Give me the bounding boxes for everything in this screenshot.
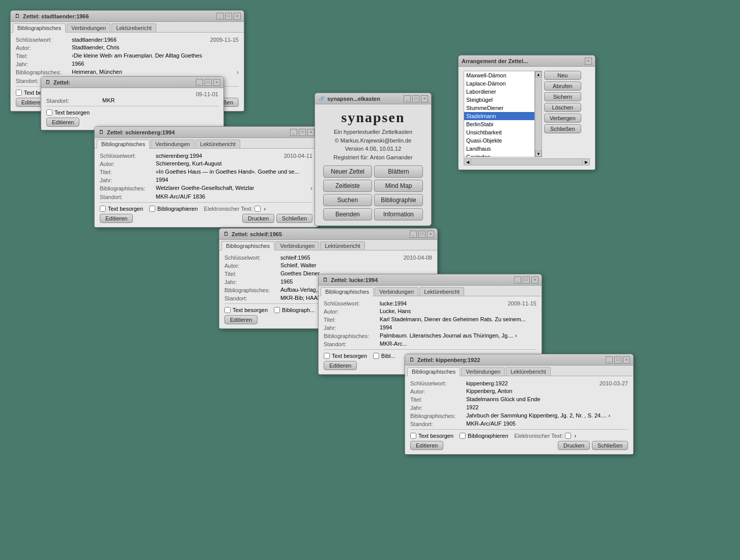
schliessen-btn-s[interactable]: Schließen — [276, 214, 312, 223]
arrangement-list[interactable]: Maxwell-DämonLaplace-DämonLabordienerSte… — [464, 71, 535, 157]
close-btn-syn[interactable]: × — [421, 95, 428, 102]
close-btn-l[interactable]: × — [531, 276, 538, 284]
sichern-btn[interactable]: Sichern — [544, 92, 581, 101]
maximize-btn-l[interactable]: □ — [523, 276, 530, 284]
minimize-btn-k[interactable]: _ — [606, 356, 613, 363]
bibliographieren-check-k[interactable] — [460, 433, 466, 439]
loeschen-btn[interactable]: Löschen — [544, 103, 581, 112]
arr-schliessen-btn[interactable]: Schließen — [544, 124, 581, 133]
text-besorgen-check-s[interactable] — [100, 206, 106, 212]
close-btn-s[interactable]: × — [307, 129, 315, 136]
etext-arrow-k[interactable]: › — [574, 433, 576, 439]
drucken-btn-s[interactable]: Drucken — [242, 214, 274, 223]
editieren-btn-s[interactable]: Editieren — [100, 214, 133, 223]
tab-verb-s[interactable]: Verbindungen — [151, 139, 194, 148]
arr-item-unsichtbarkeit[interactable]: Unsichtbarkeit — [464, 128, 534, 136]
window-controls-stadtlaender[interactable]: _ □ × — [216, 13, 241, 20]
maximize-btn-s[interactable]: □ — [299, 129, 306, 136]
tab-biblio-sl[interactable]: Bibliographisches — [221, 241, 274, 250]
text-besorgen-check-1[interactable] — [16, 90, 22, 96]
minimize-btn-l[interactable]: _ — [514, 276, 521, 284]
arr-item-steigb-gel[interactable]: Steigbügel — [464, 96, 534, 104]
schliessen-btn-k[interactable]: Schließen — [592, 441, 628, 450]
editieren-btn-l[interactable]: Editieren — [324, 361, 357, 370]
blaettern-btn[interactable]: Blättern — [374, 165, 423, 178]
etext-check-k[interactable] — [565, 433, 571, 439]
etext-check-s[interactable] — [254, 206, 261, 212]
tab-verb-l[interactable]: Verbindungen — [375, 287, 418, 296]
scroll-up-arrow[interactable]: ▲ — [535, 71, 542, 77]
arr-item-laplace-d-mon[interactable]: Laplace-Dämon — [464, 79, 534, 88]
window-controls-l[interactable]: _ □ × — [514, 276, 538, 284]
close-btn-u1[interactable]: × — [213, 79, 220, 86]
close-btn-k[interactable]: × — [623, 356, 630, 363]
minimize-btn-s[interactable]: _ — [290, 129, 297, 136]
scroll-down-arrow[interactable]: ▼ — [535, 151, 542, 157]
tab-biblio-s[interactable]: Bibliographisches — [97, 139, 150, 149]
maximize-btn[interactable]: □ — [225, 13, 232, 20]
tab-verb-sl[interactable]: Verbindungen — [275, 241, 319, 250]
editieren-btn-sl[interactable]: Editieren — [224, 315, 258, 324]
text-besorgen-check-k[interactable] — [410, 433, 416, 439]
arr-item-stummediener[interactable]: StummeDiener — [464, 104, 534, 112]
maximize-btn-sl[interactable]: □ — [418, 231, 425, 238]
close-btn-arr[interactable]: × — [585, 58, 592, 65]
tab-lekt-l[interactable]: Lektürebericht — [419, 287, 464, 296]
mind-map-btn[interactable]: Mind Map — [374, 180, 423, 192]
bibliographieren-check-sl[interactable] — [274, 307, 280, 313]
window-kippenberg[interactable]: 🗒 Zettel: kippenberg:1922 _ □ × Bibliogr… — [405, 354, 634, 455]
tab-bibliographisches-1[interactable]: Bibliographisches — [13, 23, 66, 33]
neuer-zettel-btn[interactable]: Neuer Zettel — [323, 165, 372, 178]
arr-scrollbar[interactable]: ▲ ▼ — [535, 71, 542, 157]
beenden-btn[interactable]: Beenden — [323, 208, 372, 220]
window-controls-u1[interactable]: _ □ × — [196, 79, 220, 86]
bibliographieren-check-l[interactable] — [373, 353, 379, 359]
arr-item-maxwell-d-mon[interactable]: Maxwell-Dämon — [464, 71, 534, 79]
window-controls-arr[interactable]: × — [585, 58, 592, 65]
minimize-btn-syn[interactable]: _ — [404, 95, 411, 102]
expand-arrow-s[interactable]: › — [310, 185, 312, 192]
close-btn[interactable]: × — [234, 13, 241, 20]
window-controls-k[interactable]: _ □ × — [606, 356, 630, 363]
suchen-btn[interactable]: Suchen — [323, 194, 372, 206]
window-controls-syn[interactable]: _ □ × — [404, 95, 428, 102]
window-controls-s[interactable]: _ □ × — [290, 129, 315, 136]
bottom-scrollbar-arr[interactable]: ◀ ▶ — [464, 158, 590, 165]
minimize-btn[interactable]: _ — [216, 13, 223, 20]
etext-arrow-s[interactable]: › — [264, 206, 266, 212]
text-besorgen-check-sl[interactable] — [224, 307, 231, 313]
close-btn-sl[interactable]: × — [427, 231, 434, 238]
tab-lekt-s[interactable]: Lektürebericht — [195, 139, 240, 148]
tab-lekt-k[interactable]: Lektürebericht — [506, 367, 551, 376]
tab-lekturebericht-1[interactable]: Lektürebericht — [111, 23, 156, 32]
arr-item-quasi-objekte[interactable]: Quasi-Objekte — [464, 136, 534, 145]
window-controls-sl[interactable]: _ □ × — [410, 231, 434, 238]
window-schierenberg[interactable]: 🗒 Zettel: schierenberg:1994 _ □ × Biblio… — [94, 126, 318, 228]
window-arrangement[interactable]: Arrangement der Zettel... × Maxwell-Dämo… — [458, 55, 595, 170]
minimize-btn-sl[interactable]: _ — [410, 231, 417, 238]
tab-biblio-l[interactable]: Bibliographisches — [321, 287, 374, 296]
scroll-right-arrow[interactable]: ▶ — [582, 159, 589, 165]
minimize-btn-u1[interactable]: _ — [196, 79, 203, 86]
arr-item-labordiener[interactable]: Labordiener — [464, 88, 534, 96]
window-synapsen[interactable]: 🔗 synapsen...elkasten _ □ × synapsen Ein… — [315, 93, 432, 226]
arr-item-berlinstabi[interactable]: BerlinStabi — [464, 120, 534, 128]
maximize-btn-k[interactable]: □ — [614, 356, 621, 363]
zeitleiste-btn[interactable]: Zeitleiste — [323, 180, 372, 192]
abrufen-btn[interactable]: Abrufen — [544, 81, 581, 91]
text-besorgen-check-u1[interactable] — [46, 109, 52, 116]
scroll-left-arrow[interactable]: ◀ — [464, 159, 471, 165]
bibliographieren-check-s[interactable] — [149, 206, 155, 212]
information-btn[interactable]: Information — [374, 208, 423, 220]
tab-verbindungen-1[interactable]: Verbindungen — [67, 23, 110, 32]
maximize-btn-u1[interactable]: □ — [205, 79, 212, 86]
tab-verb-k[interactable]: Verbindungen — [461, 367, 505, 376]
tab-lekt-sl[interactable]: Lektürebericht — [320, 241, 365, 250]
bibliographie-btn[interactable]: Bibliographie — [374, 194, 423, 206]
expand-arrow-1[interactable]: › — [237, 69, 239, 76]
text-besorgen-check-l[interactable] — [324, 353, 330, 359]
drucken-btn-k[interactable]: Drucken — [558, 441, 590, 450]
arr-item-landhaus[interactable]: Landhaus — [464, 145, 534, 153]
tab-biblio-k[interactable]: Bibliographisches — [407, 367, 460, 376]
arr-item-stadelmann[interactable]: Stadelmann — [464, 112, 534, 120]
